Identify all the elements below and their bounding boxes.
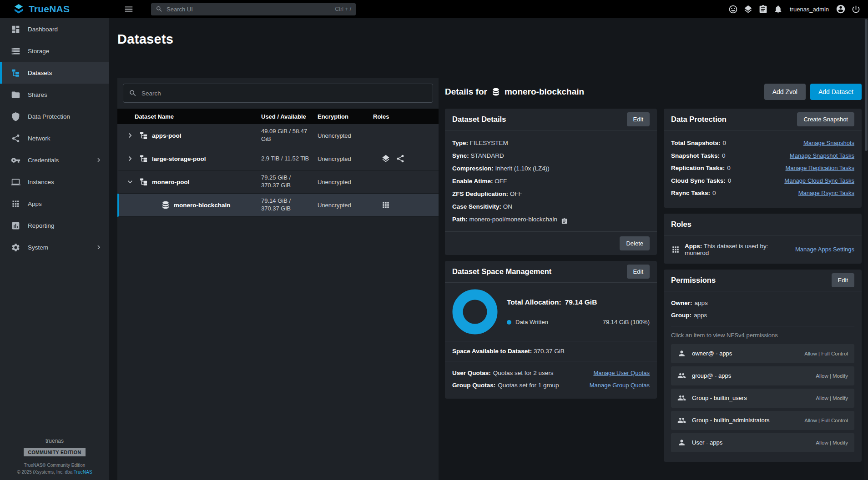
expand-chevron-right-icon[interactable]	[125, 130, 136, 141]
cloud-sync-tasks-row: Cloud Sync Tasks:0Manage Cloud Sync Task…	[671, 175, 854, 187]
space-management-card: Dataset Space Management Edit Total Allo…	[445, 261, 657, 399]
permission-item-group[interactable]: group@ - apps Allow | Modify	[671, 366, 854, 385]
sidebar-item-apps[interactable]: Apps	[0, 193, 109, 215]
page-scrollbar-thumb[interactable]	[865, 19, 868, 151]
sidebar-item-system[interactable]: System	[0, 236, 109, 258]
field-path: Path: monero-pool/monero-blockchain	[452, 213, 650, 226]
apps-grid-icon	[671, 245, 680, 254]
global-search: Ctrl + /	[151, 3, 356, 15]
roles-card: Roles Apps: This dataset is used by: mon…	[664, 214, 862, 264]
table-row-monero-pool[interactable]: monero-pool 79.25 GiB /370.37 GiB Unencr…	[117, 170, 439, 194]
edit-space-button[interactable]: Edit	[627, 265, 650, 279]
used-available-value: 79.14 GiB /370.37 GiB	[261, 197, 318, 212]
jobs-layers-icon[interactable]	[743, 5, 753, 14]
manage-snapshot-tasks-link[interactable]: Manage Snapshot Tasks	[790, 150, 854, 162]
network-share-icon	[11, 134, 20, 143]
edition-line: TrueNAS® Community Edition	[0, 463, 109, 468]
user-quotas: User Quotas:Quotas set for 2 users Manag…	[452, 367, 650, 379]
storage-icon	[11, 46, 20, 56]
table-row-monero-blockchain[interactable]: monero-blockchain 79.14 GiB /370.37 GiB …	[117, 194, 439, 217]
collapse-chevron-down-icon[interactable]	[125, 176, 136, 187]
datasets-tree-icon	[11, 68, 20, 78]
pool-tree-icon	[139, 177, 148, 186]
card-title: Roles	[671, 220, 691, 229]
legend-data-written: Data Written 79.14 GiB (100%)	[507, 312, 650, 325]
column-roles[interactable]: Roles	[373, 113, 439, 120]
account-icon[interactable]	[836, 4, 846, 14]
page-scrollbar	[864, 18, 868, 480]
edit-dataset-details-button[interactable]: Edit	[627, 112, 650, 126]
sidebar-item-credentials[interactable]: Credentials	[0, 149, 109, 171]
topbar: TrueNAS Ctrl + / truenas_admin	[0, 0, 868, 18]
card-title: Dataset Space Management	[452, 267, 551, 276]
sidebar-footer: truenas COMMUNITY EDITION TrueNAS® Commu…	[0, 438, 109, 480]
group-icon	[677, 371, 686, 380]
sidebar-item-instances[interactable]: Instances	[0, 171, 109, 193]
sidebar-item-label: Data Protection	[28, 113, 70, 120]
tree-search-input[interactable]	[141, 90, 427, 97]
column-dataset-name[interactable]: Dataset Name	[125, 113, 261, 120]
truenas-brand: TrueNAS	[0, 4, 109, 15]
copy-path-icon[interactable]	[561, 217, 568, 225]
total-allocation: Total Allocation:79.14 GiB	[507, 298, 650, 312]
sidebar-item-reporting[interactable]: Reporting	[0, 215, 109, 236]
gear-icon	[11, 243, 20, 252]
tree-table-header: Dataset Name Used / Available Encryption…	[117, 109, 439, 124]
field-sync: Sync: STANDARD	[452, 150, 650, 162]
sidebar-item-label: Dashboard	[28, 26, 58, 33]
checklist-icon[interactable]	[758, 5, 768, 14]
table-row-large-storage-pool[interactable]: large-storage-pool 2.9 TiB / 11.52 TiB U…	[117, 147, 439, 170]
manage-user-quotas-link[interactable]: Manage User Quotas	[593, 367, 650, 379]
add-dataset-button[interactable]: Add Dataset	[810, 84, 862, 100]
sidebar: Dashboard Storage Datasets Shares Data P…	[0, 18, 109, 480]
apps-grid-icon	[11, 199, 20, 209]
power-icon[interactable]	[851, 5, 861, 14]
username[interactable]: truenas_admin	[790, 6, 829, 13]
manage-snapshots-link[interactable]: Manage Snapshots	[803, 137, 854, 150]
search-icon	[156, 5, 163, 13]
edit-permissions-button[interactable]: Edit	[832, 273, 854, 287]
sidebar-item-network[interactable]: Network	[0, 127, 109, 149]
field-dedup: ZFS Deduplication: OFF	[452, 188, 650, 200]
menu-icon[interactable]	[124, 4, 134, 14]
owner-line: Owner:apps	[671, 297, 854, 309]
permission-item-builtin-users[interactable]: Group - builtin_users Allow | Modify	[671, 389, 854, 408]
sidebar-item-dashboard[interactable]: Dashboard	[0, 18, 109, 40]
total-snapshots-row: Total Snapshots:0Manage Snapshots	[671, 137, 854, 150]
used-available-value: 2.9 TiB / 11.52 TiB	[261, 155, 318, 163]
user-icon	[677, 349, 686, 358]
group-quotas: Group Quotas:Quotas set for 1 group Mana…	[452, 379, 650, 391]
details-section: Details for monero-blockchain Add Zvol A…	[445, 78, 862, 480]
table-row-apps-pool[interactable]: apps-pool 49.09 GiB / 58.47 GiB Unencryp…	[117, 124, 439, 147]
manage-replication-tasks-link[interactable]: Manage Replication Tasks	[785, 162, 854, 175]
space-donut-chart	[452, 289, 498, 335]
encryption-value: Unencrypted	[318, 155, 373, 162]
bar-chart-icon	[11, 221, 20, 230]
sidebar-item-shares[interactable]: Shares	[0, 84, 109, 105]
delete-dataset-button[interactable]: Delete	[620, 236, 650, 250]
manage-apps-settings-link[interactable]: Manage Apps Settings	[795, 246, 854, 253]
create-snapshot-button[interactable]: Create Snapshot	[797, 112, 854, 126]
manage-cloud-sync-tasks-link[interactable]: Manage Cloud Sync Tasks	[784, 175, 854, 187]
copyright-brand-link[interactable]: TrueNAS	[74, 470, 92, 475]
feedback-smiley-icon[interactable]	[728, 5, 738, 14]
sidebar-item-storage[interactable]: Storage	[0, 40, 109, 62]
field-atime: Enable Atime: OFF	[452, 175, 650, 188]
add-zvol-button[interactable]: Add Zvol	[764, 84, 806, 100]
notifications-bell-icon[interactable]	[773, 5, 783, 14]
global-search-input[interactable]	[167, 6, 331, 13]
manage-rsync-tasks-link[interactable]: Manage Rsync Tasks	[798, 187, 854, 200]
pool-tree-icon	[139, 131, 148, 140]
sidebar-item-data-protection[interactable]: Data Protection	[0, 105, 109, 127]
sidebar-item-datasets[interactable]: Datasets	[0, 62, 109, 84]
permission-item-owner[interactable]: owner@ - apps Allow | Full Control	[671, 344, 854, 363]
permission-item-user-apps[interactable]: User - apps Allow | Modify	[671, 433, 854, 452]
column-used-available[interactable]: Used / Available	[261, 113, 318, 120]
card-title: Data Protection	[671, 115, 727, 124]
column-encryption[interactable]: Encryption	[318, 113, 373, 120]
manage-group-quotas-link[interactable]: Manage Group Quotas	[590, 379, 650, 391]
expand-chevron-right-icon[interactable]	[125, 153, 136, 164]
pool-tree-icon	[139, 154, 148, 163]
permission-item-builtin-administrators[interactable]: Group - builtin_administrators Allow | F…	[671, 411, 854, 430]
dashboard-icon	[11, 25, 20, 34]
